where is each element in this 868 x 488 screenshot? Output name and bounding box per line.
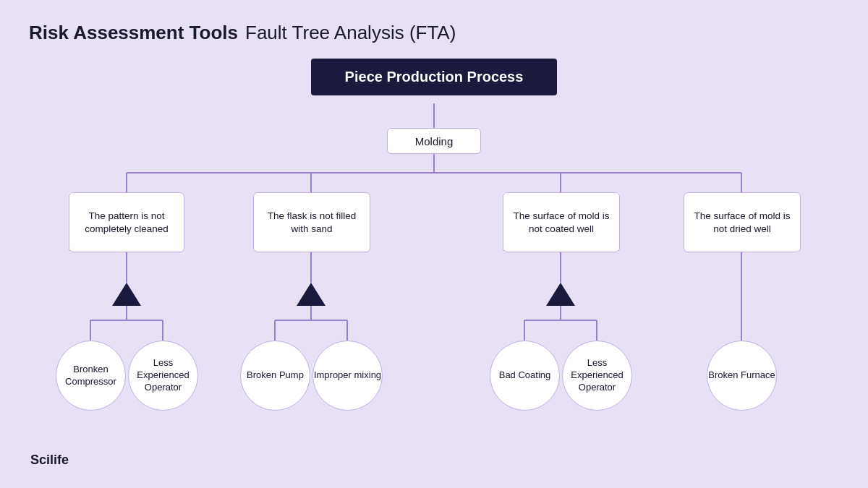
and-gate-3 [546, 283, 575, 306]
and-gate-1 [112, 283, 141, 306]
circle-less-exp-op-1: Less Experienced Operator [128, 341, 198, 411]
header-light: Fault Tree Analysis (FTA) [245, 22, 456, 44]
gate-symbol-2 [297, 283, 326, 306]
l2-pattern-node: The pattern is not completely cleaned [69, 192, 184, 252]
gate-symbol-1 [112, 283, 141, 306]
scilife-logo: Scilife [30, 453, 69, 468]
and-gate-2 [297, 283, 326, 306]
circle-bad-coating: Bad Coating [490, 341, 560, 411]
top-node: Piece Production Process [311, 59, 557, 95]
l2-dried-node: The surface of mold is not dried well [684, 192, 801, 252]
diagram-wrapper: Piece Production Process Molding The pat… [29, 59, 839, 463]
circle-less-exp-op-3: Less Experienced Operator [562, 341, 632, 411]
circle-improper-mixing: Improper mixing [312, 341, 383, 411]
circle-bronken-compressor: Bronken Compressor [56, 341, 126, 411]
header-bold: Risk Assessment Tools [29, 22, 238, 44]
circle-broken-furnace: Broken Furnace [707, 341, 777, 411]
header: Risk Assessment Tools Fault Tree Analysi… [29, 22, 839, 44]
l2-coated-node: The surface of mold is not coated well [503, 192, 620, 252]
page-container: Risk Assessment Tools Fault Tree Analysi… [0, 0, 868, 488]
circle-broken-pump: Broken Pump [240, 341, 310, 411]
molding-node: Molding [387, 128, 481, 154]
l2-flask-node: The flask is not filled with sand [253, 192, 370, 252]
gate-symbol-3 [546, 283, 575, 306]
